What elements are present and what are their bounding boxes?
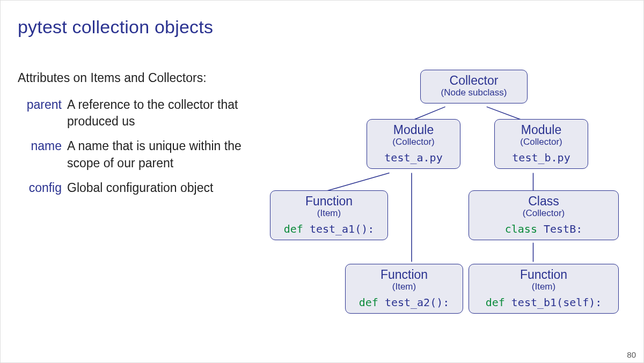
code-rest: test_a.py: [384, 151, 442, 164]
attr-desc: Global configuration object: [67, 180, 248, 197]
attr-term-parent: parent: [18, 97, 62, 130]
node-subtype: (Item): [350, 281, 458, 292]
attr-term-name: name: [18, 138, 62, 172]
node-code: def test_a2():: [350, 296, 458, 309]
code-rest: test_a2():: [385, 296, 449, 309]
node-code: def test_b1(self):: [473, 296, 614, 309]
node-module-a: Module (Collector) test_a.py: [367, 119, 460, 169]
content-area: Attributes on Items and Collectors: pare…: [18, 70, 626, 349]
node-function-a1: Function (Item) def test_a1():: [270, 190, 388, 240]
node-subtype: (Node subclass): [425, 87, 523, 98]
tree-diagram: Collector (Node subclass) Module (Collec…: [254, 70, 626, 349]
code-rest: test_b.py: [512, 151, 570, 164]
node-function-a2: Function (Item) def test_a2():: [345, 264, 463, 314]
node-module-b: Module (Collector) test_b.py: [494, 119, 588, 169]
code-keyword: def: [284, 223, 310, 235]
svg-line-2: [326, 173, 390, 191]
node-title: Collector: [425, 73, 523, 87]
node-subtype: (Collector): [499, 136, 583, 147]
attr-desc: A reference to the collector that produc…: [67, 97, 248, 130]
code-keyword: def: [486, 296, 511, 309]
attrs-heading: Attributes on Items and Collectors:: [18, 70, 248, 87]
node-subtype: (Item): [473, 281, 614, 292]
node-title: Class: [473, 194, 614, 208]
node-collector: Collector (Node subclass): [420, 70, 528, 103]
node-code: def test_a1():: [275, 223, 383, 235]
node-class-b: Class (Collector) class TestB:: [469, 190, 619, 240]
attr-desc: A name that is unique within the scope o…: [67, 138, 248, 172]
attr-row: name A name that is unique within the sc…: [18, 138, 248, 172]
code-rest: TestB:: [544, 223, 582, 235]
node-title: Module: [499, 123, 583, 137]
node-subtype: (Item): [275, 208, 383, 219]
code-rest: test_b1(self):: [511, 296, 602, 309]
page-title: pytest collection objects: [18, 17, 626, 38]
node-subtype: (Collector): [371, 136, 456, 147]
node-code: test_a.py: [371, 151, 456, 164]
node-title: Module: [371, 123, 456, 137]
attr-term-config: config: [18, 180, 62, 197]
attr-row: config Global configuration object: [18, 180, 248, 197]
node-title: Function: [275, 194, 383, 208]
page-number: 80: [627, 350, 636, 359]
node-code: class TestB:: [473, 223, 614, 235]
code-keyword: def: [359, 296, 385, 309]
code-rest: test_a1():: [310, 223, 374, 235]
node-function-b1: Function (Item) def test_b1(self):: [469, 264, 619, 314]
node-subtype: (Collector): [473, 208, 614, 219]
code-keyword: class: [505, 223, 544, 235]
node-title: Function: [350, 268, 458, 281]
node-title: Function: [473, 268, 614, 281]
attributes-list: Attributes on Items and Collectors: pare…: [18, 70, 248, 204]
attr-row: parent A reference to the collector that…: [18, 97, 248, 130]
node-code: test_b.py: [499, 151, 583, 164]
slide: pytest collection objects Attributes on …: [0, 0, 644, 363]
